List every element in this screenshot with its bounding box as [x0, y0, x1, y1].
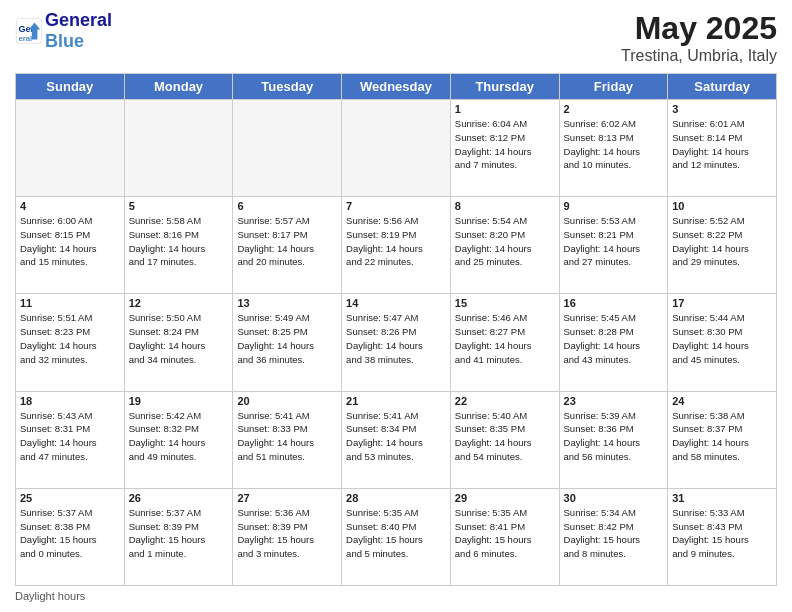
day-info: Sunrise: 5:33 AM Sunset: 8:43 PM Dayligh… — [672, 506, 772, 561]
day-number: 27 — [237, 492, 337, 504]
day-cell — [233, 100, 342, 197]
day-cell: 7Sunrise: 5:56 AM Sunset: 8:19 PM Daylig… — [342, 197, 451, 294]
day-number: 30 — [564, 492, 664, 504]
day-info: Sunrise: 5:42 AM Sunset: 8:32 PM Dayligh… — [129, 409, 229, 464]
day-info: Sunrise: 5:52 AM Sunset: 8:22 PM Dayligh… — [672, 214, 772, 269]
day-info: Sunrise: 5:40 AM Sunset: 8:35 PM Dayligh… — [455, 409, 555, 464]
day-number: 6 — [237, 200, 337, 212]
day-info: Sunrise: 5:50 AM Sunset: 8:24 PM Dayligh… — [129, 311, 229, 366]
day-cell: 25Sunrise: 5:37 AM Sunset: 8:38 PM Dayli… — [16, 488, 125, 585]
day-info: Sunrise: 5:41 AM Sunset: 8:34 PM Dayligh… — [346, 409, 446, 464]
day-number: 11 — [20, 297, 120, 309]
day-cell: 16Sunrise: 5:45 AM Sunset: 8:28 PM Dayli… — [559, 294, 668, 391]
day-number: 28 — [346, 492, 446, 504]
logo-text-container: General Blue — [45, 10, 112, 52]
day-cell: 19Sunrise: 5:42 AM Sunset: 8:32 PM Dayli… — [124, 391, 233, 488]
day-number: 26 — [129, 492, 229, 504]
day-cell: 21Sunrise: 5:41 AM Sunset: 8:34 PM Dayli… — [342, 391, 451, 488]
day-info: Sunrise: 5:35 AM Sunset: 8:41 PM Dayligh… — [455, 506, 555, 561]
day-cell: 28Sunrise: 5:35 AM Sunset: 8:40 PM Dayli… — [342, 488, 451, 585]
day-number: 18 — [20, 395, 120, 407]
day-info: Sunrise: 5:45 AM Sunset: 8:28 PM Dayligh… — [564, 311, 664, 366]
svg-text:eral: eral — [19, 34, 33, 43]
day-number: 3 — [672, 103, 772, 115]
weekday-sunday: Sunday — [16, 74, 125, 100]
day-number: 31 — [672, 492, 772, 504]
calendar-table: SundayMondayTuesdayWednesdayThursdayFrid… — [15, 73, 777, 586]
day-number: 22 — [455, 395, 555, 407]
day-cell: 20Sunrise: 5:41 AM Sunset: 8:33 PM Dayli… — [233, 391, 342, 488]
day-info: Sunrise: 5:47 AM Sunset: 8:26 PM Dayligh… — [346, 311, 446, 366]
day-info: Sunrise: 5:44 AM Sunset: 8:30 PM Dayligh… — [672, 311, 772, 366]
weekday-header-row: SundayMondayTuesdayWednesdayThursdayFrid… — [16, 74, 777, 100]
day-cell: 3Sunrise: 6:01 AM Sunset: 8:14 PM Daylig… — [668, 100, 777, 197]
title-block: May 2025 Trestina, Umbria, Italy — [621, 10, 777, 65]
day-cell: 22Sunrise: 5:40 AM Sunset: 8:35 PM Dayli… — [450, 391, 559, 488]
day-number: 15 — [455, 297, 555, 309]
day-info: Sunrise: 6:02 AM Sunset: 8:13 PM Dayligh… — [564, 117, 664, 172]
day-number: 4 — [20, 200, 120, 212]
day-info: Sunrise: 5:37 AM Sunset: 8:39 PM Dayligh… — [129, 506, 229, 561]
weekday-tuesday: Tuesday — [233, 74, 342, 100]
week-row-2: 4Sunrise: 6:00 AM Sunset: 8:15 PM Daylig… — [16, 197, 777, 294]
day-info: Sunrise: 6:00 AM Sunset: 8:15 PM Dayligh… — [20, 214, 120, 269]
day-cell: 26Sunrise: 5:37 AM Sunset: 8:39 PM Dayli… — [124, 488, 233, 585]
month-title: May 2025 — [621, 10, 777, 47]
day-cell: 12Sunrise: 5:50 AM Sunset: 8:24 PM Dayli… — [124, 294, 233, 391]
day-number: 1 — [455, 103, 555, 115]
day-info: Sunrise: 5:36 AM Sunset: 8:39 PM Dayligh… — [237, 506, 337, 561]
day-cell: 31Sunrise: 5:33 AM Sunset: 8:43 PM Dayli… — [668, 488, 777, 585]
day-info: Sunrise: 6:01 AM Sunset: 8:14 PM Dayligh… — [672, 117, 772, 172]
day-info: Sunrise: 5:39 AM Sunset: 8:36 PM Dayligh… — [564, 409, 664, 464]
day-info: Sunrise: 5:54 AM Sunset: 8:20 PM Dayligh… — [455, 214, 555, 269]
day-number: 12 — [129, 297, 229, 309]
day-cell: 6Sunrise: 5:57 AM Sunset: 8:17 PM Daylig… — [233, 197, 342, 294]
day-info: Sunrise: 5:56 AM Sunset: 8:19 PM Dayligh… — [346, 214, 446, 269]
week-row-4: 18Sunrise: 5:43 AM Sunset: 8:31 PM Dayli… — [16, 391, 777, 488]
weekday-friday: Friday — [559, 74, 668, 100]
day-cell: 17Sunrise: 5:44 AM Sunset: 8:30 PM Dayli… — [668, 294, 777, 391]
day-cell: 13Sunrise: 5:49 AM Sunset: 8:25 PM Dayli… — [233, 294, 342, 391]
day-cell: 1Sunrise: 6:04 AM Sunset: 8:12 PM Daylig… — [450, 100, 559, 197]
day-number: 14 — [346, 297, 446, 309]
page: Gen eral General Blue May 2025 Trestina,… — [0, 0, 792, 612]
location: Trestina, Umbria, Italy — [621, 47, 777, 65]
day-cell: 8Sunrise: 5:54 AM Sunset: 8:20 PM Daylig… — [450, 197, 559, 294]
day-cell — [124, 100, 233, 197]
day-number: 29 — [455, 492, 555, 504]
day-number: 21 — [346, 395, 446, 407]
day-cell: 9Sunrise: 5:53 AM Sunset: 8:21 PM Daylig… — [559, 197, 668, 294]
day-info: Sunrise: 5:34 AM Sunset: 8:42 PM Dayligh… — [564, 506, 664, 561]
day-info: Sunrise: 5:51 AM Sunset: 8:23 PM Dayligh… — [20, 311, 120, 366]
day-cell: 24Sunrise: 5:38 AM Sunset: 8:37 PM Dayli… — [668, 391, 777, 488]
day-number: 17 — [672, 297, 772, 309]
day-cell — [16, 100, 125, 197]
logo: Gen eral General Blue — [15, 10, 112, 52]
day-info: Sunrise: 5:41 AM Sunset: 8:33 PM Dayligh… — [237, 409, 337, 464]
logo-line2: Blue — [45, 31, 112, 52]
day-info: Sunrise: 5:38 AM Sunset: 8:37 PM Dayligh… — [672, 409, 772, 464]
logo-icon: Gen eral — [15, 17, 43, 45]
day-info: Sunrise: 5:49 AM Sunset: 8:25 PM Dayligh… — [237, 311, 337, 366]
day-cell: 5Sunrise: 5:58 AM Sunset: 8:16 PM Daylig… — [124, 197, 233, 294]
day-number: 2 — [564, 103, 664, 115]
day-number: 5 — [129, 200, 229, 212]
day-info: Sunrise: 5:46 AM Sunset: 8:27 PM Dayligh… — [455, 311, 555, 366]
day-number: 10 — [672, 200, 772, 212]
day-cell: 14Sunrise: 5:47 AM Sunset: 8:26 PM Dayli… — [342, 294, 451, 391]
day-info: Sunrise: 5:43 AM Sunset: 8:31 PM Dayligh… — [20, 409, 120, 464]
day-cell: 11Sunrise: 5:51 AM Sunset: 8:23 PM Dayli… — [16, 294, 125, 391]
weekday-saturday: Saturday — [668, 74, 777, 100]
day-cell: 18Sunrise: 5:43 AM Sunset: 8:31 PM Dayli… — [16, 391, 125, 488]
day-number: 13 — [237, 297, 337, 309]
day-number: 19 — [129, 395, 229, 407]
day-number: 23 — [564, 395, 664, 407]
day-cell: 4Sunrise: 6:00 AM Sunset: 8:15 PM Daylig… — [16, 197, 125, 294]
day-number: 20 — [237, 395, 337, 407]
day-number: 8 — [455, 200, 555, 212]
day-number: 7 — [346, 200, 446, 212]
day-info: Sunrise: 6:04 AM Sunset: 8:12 PM Dayligh… — [455, 117, 555, 172]
day-number: 16 — [564, 297, 664, 309]
weekday-monday: Monday — [124, 74, 233, 100]
day-cell: 29Sunrise: 5:35 AM Sunset: 8:41 PM Dayli… — [450, 488, 559, 585]
